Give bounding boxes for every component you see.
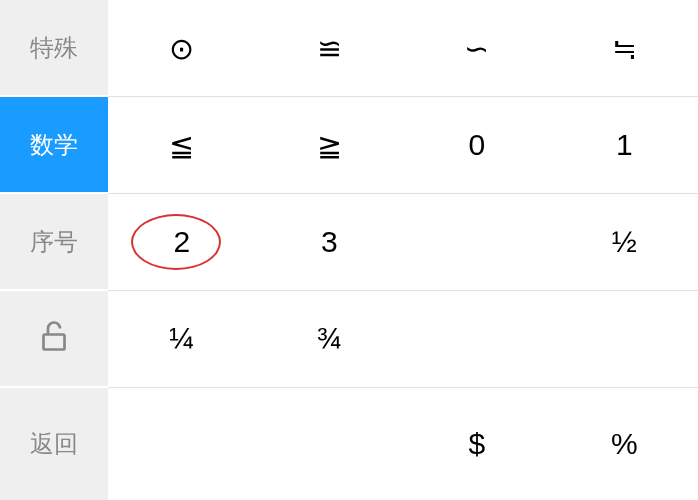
grid-row: ≦ ≧ 0 1: [108, 97, 698, 194]
grid-row: ⊙ ≌ ∽ ≒: [108, 0, 698, 97]
sidebar-item-special[interactable]: 特殊: [0, 0, 108, 97]
symbol-label: $: [468, 427, 485, 461]
symbol-cell-dollar[interactable]: $: [403, 388, 551, 500]
symbol-label: ¾: [317, 322, 342, 356]
sidebar-item-label: 特殊: [30, 32, 78, 64]
symbol-cell-zero[interactable]: 0: [403, 97, 551, 193]
symbol-label: ≌: [317, 31, 342, 66]
symbol-cell-less-equal[interactable]: ≦: [108, 97, 256, 193]
sidebar-item-lock[interactable]: [0, 291, 108, 388]
symbol-cell-one[interactable]: 1: [551, 97, 699, 193]
symbol-cell-empty[interactable]: [551, 291, 699, 387]
symbol-grid: ⊙ ≌ ∽ ≒ ≦ ≧ 0 1 2 3 ½ ¼ ¾ $ %: [108, 0, 698, 500]
symbol-cell-greater-equal[interactable]: ≧: [256, 97, 404, 193]
symbol-label: ∽: [464, 31, 489, 66]
symbol-cell-percent[interactable]: %: [551, 388, 699, 500]
grid-row: 2 3 ½: [108, 194, 698, 291]
symbol-label: ¼: [169, 322, 194, 356]
sidebar-item-back[interactable]: 返回: [0, 388, 108, 500]
symbol-label: 0: [468, 128, 485, 162]
symbol-label: ½: [612, 225, 637, 259]
sidebar-item-label: 返回: [30, 428, 78, 460]
symbol-cell-half[interactable]: ½: [551, 194, 699, 290]
symbol-label: ≧: [317, 128, 342, 163]
sidebar-item-number[interactable]: 序号: [0, 194, 108, 291]
symbol-cell-three-quarter[interactable]: ¾: [256, 291, 404, 387]
sidebar-item-label: 序号: [30, 226, 78, 258]
symbol-cell-congruent[interactable]: ≌: [256, 0, 404, 96]
symbol-cell-quarter[interactable]: ¼: [108, 291, 256, 387]
symbol-cell-three[interactable]: 3: [256, 194, 404, 290]
sidebar: 特殊 数学 序号 返回: [0, 0, 108, 500]
grid-row: $ %: [108, 388, 698, 500]
symbol-label: %: [611, 427, 638, 461]
symbol-cell-approx-equal[interactable]: ≒: [551, 0, 699, 96]
symbol-cell-empty[interactable]: [403, 194, 551, 290]
sidebar-item-math[interactable]: 数学: [0, 97, 108, 194]
symbol-label: 1: [616, 128, 633, 162]
symbol-cell-empty[interactable]: [256, 388, 404, 500]
unlock-icon: [36, 318, 72, 360]
symbol-label: ≒: [612, 31, 637, 66]
symbol-label: ≦: [169, 128, 194, 163]
symbol-label: 3: [321, 225, 338, 259]
sidebar-item-label: 数学: [30, 129, 78, 161]
symbol-cell-similar[interactable]: ∽: [403, 0, 551, 96]
symbol-cell-empty[interactable]: [403, 291, 551, 387]
grid-row: ¼ ¾: [108, 291, 698, 388]
symbol-cell-circled-dot[interactable]: ⊙: [108, 0, 256, 96]
symbol-label: ⊙: [169, 31, 194, 66]
symbol-cell-two[interactable]: 2: [108, 194, 256, 290]
svg-rect-0: [44, 334, 65, 349]
symbol-label: 2: [173, 225, 190, 259]
symbol-cell-empty[interactable]: [108, 388, 256, 500]
